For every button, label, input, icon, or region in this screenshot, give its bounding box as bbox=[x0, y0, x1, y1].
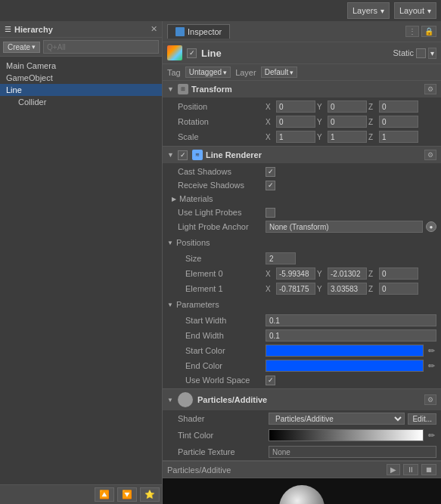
static-checkbox[interactable] bbox=[416, 48, 426, 58]
receive-shadows-checkbox[interactable] bbox=[266, 181, 275, 190]
size-label: Size bbox=[167, 254, 266, 263]
transform-header[interactable]: ▼ ⊞ Transform ⚙ bbox=[163, 81, 441, 97]
pos-y-input[interactable] bbox=[328, 100, 367, 113]
lr-properties: Cast Shadows Receive Shadows bbox=[163, 163, 441, 236]
particle-texture-swatch[interactable]: None bbox=[269, 446, 436, 458]
shader-edit-button[interactable]: Edit... bbox=[408, 413, 436, 425]
end-color-edit-icon[interactable]: ✏ bbox=[427, 361, 436, 371]
hierarchy-item-gameobject[interactable]: GameObject bbox=[0, 72, 162, 84]
remove-icon-btn[interactable]: 🔽 bbox=[117, 487, 137, 502]
end-color-swatch[interactable] bbox=[266, 360, 424, 372]
hierarchy-item-main-camera[interactable]: Main Camera bbox=[0, 60, 162, 72]
layer-dropdown[interactable]: Default bbox=[261, 66, 298, 78]
el1-x-input[interactable] bbox=[276, 283, 315, 295]
tag-dropdown[interactable]: Untagged bbox=[185, 66, 231, 78]
start-color-row: Start Color ✏ bbox=[167, 343, 436, 358]
size-row: Size bbox=[167, 251, 436, 266]
lock-icon-btn[interactable]: ⭐ bbox=[140, 487, 160, 502]
start-color-label: Start Color bbox=[167, 346, 266, 355]
position-row: Position X Y Z bbox=[167, 99, 436, 114]
use-world-space-row: Use World Space bbox=[167, 373, 436, 387]
transform-section: ▼ ⊞ Transform ⚙ Position X Y bbox=[163, 81, 441, 147]
hierarchy-icon: ☰ bbox=[5, 25, 11, 33]
particles-settings-icon[interactable]: ⚙ bbox=[424, 394, 436, 405]
preview-header: Particles/Additive ▶ ⏸ ⏹ bbox=[163, 461, 441, 478]
pos-z-input[interactable] bbox=[379, 100, 418, 113]
element1-label: Element 1 bbox=[167, 284, 266, 293]
use-world-space-checkbox[interactable] bbox=[266, 376, 275, 385]
start-width-input[interactable] bbox=[266, 314, 436, 326]
transform-settings-icon[interactable]: ⚙ bbox=[424, 84, 436, 94]
preview-play-button[interactable]: ▶ bbox=[387, 464, 400, 475]
end-color-row: End Color ✏ bbox=[167, 358, 436, 373]
parameters-properties: Start Width End Width Start Color bbox=[163, 311, 441, 388]
lr-settings-icon[interactable]: ⚙ bbox=[424, 150, 436, 160]
lr-enabled-checkbox[interactable] bbox=[178, 150, 188, 160]
unity-cube-icon bbox=[167, 45, 182, 60]
receive-shadows-row: Receive Shadows bbox=[167, 178, 436, 192]
rot-y-input[interactable] bbox=[328, 116, 367, 128]
scl-y-label: Y bbox=[317, 133, 326, 141]
materials-arrow: ▶ bbox=[172, 196, 176, 203]
particles-header[interactable]: ▼ Particles/Additive ⚙ bbox=[163, 389, 441, 410]
preview-pause-button[interactable]: ⏸ bbox=[403, 464, 418, 475]
shader-dropdown[interactable]: Particles/Additive bbox=[269, 413, 405, 425]
pos-y-label: Y bbox=[317, 103, 326, 111]
materials-divider[interactable]: ▶ Materials bbox=[167, 192, 436, 206]
pos-x-input[interactable] bbox=[276, 100, 315, 113]
layers-dropdown[interactable]: Layers bbox=[347, 2, 390, 19]
end-width-input[interactable] bbox=[266, 329, 436, 342]
layout-dropdown[interactable]: Layout bbox=[394, 2, 436, 19]
size-value bbox=[266, 252, 436, 264]
tint-color-edit-icon[interactable]: ✏ bbox=[427, 431, 436, 441]
positions-header[interactable]: ▼ Positions bbox=[163, 236, 441, 249]
light-probe-anchor-input[interactable] bbox=[266, 221, 423, 233]
hierarchy-item-line[interactable]: Line bbox=[0, 84, 162, 96]
hierarchy-panel: ☰ Hierarchy ✕ Create Main Camera GameObj… bbox=[0, 21, 163, 504]
transform-properties: Position X Y Z Rotation X bbox=[163, 97, 441, 146]
parameters-divider[interactable]: ▼ Parameters bbox=[163, 298, 441, 311]
start-color-swatch[interactable] bbox=[266, 345, 424, 357]
size-input[interactable] bbox=[266, 252, 296, 264]
static-dropdown[interactable] bbox=[428, 48, 436, 59]
el1-y-input[interactable] bbox=[328, 283, 367, 295]
inspector-lock-icon[interactable]: 🔒 bbox=[421, 26, 436, 37]
scl-x-input[interactable] bbox=[276, 131, 315, 143]
use-light-probes-label: Use Light Probes bbox=[167, 208, 266, 217]
preview-controls: ▶ ⏸ ⏹ bbox=[387, 464, 436, 475]
create-button[interactable]: Create bbox=[3, 42, 40, 53]
rot-y-label: Y bbox=[317, 118, 326, 126]
rot-z-label: Z bbox=[368, 118, 377, 126]
hierarchy-item-collider[interactable]: Collider bbox=[0, 96, 162, 108]
scl-y-input[interactable] bbox=[328, 131, 367, 143]
object-enabled-checkbox[interactable] bbox=[187, 48, 197, 58]
use-light-probes-checkbox[interactable] bbox=[266, 208, 275, 218]
start-color-edit-icon[interactable]: ✏ bbox=[427, 346, 436, 356]
inspector-menu-icon[interactable]: ⋮ bbox=[405, 26, 419, 37]
rot-x-input[interactable] bbox=[276, 116, 315, 128]
el1-x-label: X bbox=[266, 285, 275, 293]
el0-x-label: X bbox=[266, 270, 275, 278]
el0-x-input[interactable] bbox=[276, 267, 315, 280]
preview-stop-button[interactable]: ⏹ bbox=[421, 464, 436, 475]
light-probe-anchor-picker[interactable]: ● bbox=[426, 221, 436, 232]
add-icon-btn[interactable]: 🔼 bbox=[95, 487, 114, 502]
tint-color-swatch[interactable] bbox=[269, 429, 424, 441]
search-input[interactable] bbox=[43, 40, 159, 54]
el0-z-input[interactable] bbox=[379, 267, 418, 280]
cast-shadows-checkbox[interactable] bbox=[266, 167, 275, 177]
layer-label: Layer bbox=[235, 68, 256, 77]
transform-header-icons: ⚙ bbox=[424, 84, 436, 94]
inspector-tab[interactable]: Inspector bbox=[167, 24, 230, 39]
line-renderer-header[interactable]: ▼ ≋ Line Renderer ⚙ bbox=[163, 147, 441, 163]
rot-z-input[interactable] bbox=[379, 116, 418, 128]
position-label: Position bbox=[167, 102, 266, 111]
hierarchy-title: Hierarchy bbox=[14, 25, 53, 34]
cast-shadows-label: Cast Shadows bbox=[167, 167, 266, 176]
cast-shadows-value bbox=[266, 167, 436, 177]
el1-z-input[interactable] bbox=[379, 283, 418, 295]
el0-y-input[interactable] bbox=[328, 267, 367, 280]
el1-y-label: Y bbox=[317, 285, 326, 293]
scl-z-input[interactable] bbox=[379, 131, 418, 143]
hierarchy-close-icon[interactable]: ✕ bbox=[151, 24, 157, 34]
